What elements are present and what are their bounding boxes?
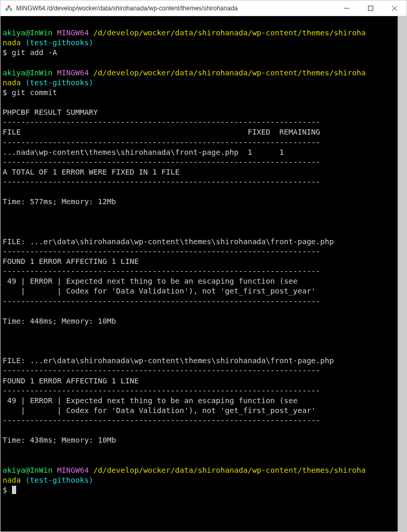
prompt-branch: (test-githooks) (25, 476, 94, 484)
terminal-output[interactable]: akiya@InWin MINGW64 /d/develop/wocker/da… (1, 16, 398, 531)
output-error-row: 49 | ERROR | Expected next thing to be a… (3, 396, 297, 405)
maximize-button[interactable] (359, 1, 383, 16)
command-input: git commit (11, 88, 57, 97)
prompt-host: MINGW64 (57, 466, 89, 474)
scrollbar-thumb[interactable] (398, 16, 406, 531)
output-divider: ----------------------------------------… (3, 416, 320, 424)
output-time: Time: 438ms; Memory: 10Mb (3, 436, 116, 444)
output-divider: ----------------------------------------… (3, 118, 320, 126)
prompt-branch: (test-githooks) (25, 38, 94, 47)
prompt-path-cont: nada (3, 78, 21, 87)
prompt-branch: (test-githooks) (25, 78, 94, 87)
titlebar-title: MINGW64:/d/develop/wocker/data/shirohana… (16, 5, 335, 12)
output-divider: ----------------------------------------… (3, 297, 320, 305)
window-controls (335, 1, 406, 16)
prompt-symbol: $ (3, 88, 7, 97)
output-error-row: | | Codex for 'Data Validation'), not 'g… (3, 406, 316, 415)
prompt-path: /d/develop/wocker/data/shirohanada/wp-co… (94, 29, 366, 37)
output-file: FILE: ...er\data\shirohanada\wp-content\… (3, 356, 334, 365)
prompt-path-cont: nada (3, 38, 21, 47)
output-table-header: FILE FIXED REMAINING (3, 128, 320, 136)
output-error-row: | | Codex for 'Data Validation'), not 'g… (3, 287, 316, 295)
prompt-user: akiya@InWin (3, 69, 52, 77)
output-total: A TOTAL OF 1 ERROR WERE FIXED IN 1 FILE (3, 168, 179, 176)
scrollbar[interactable] (398, 16, 406, 531)
output-divider: ----------------------------------------… (3, 267, 320, 275)
prompt-symbol: $ (3, 48, 7, 57)
minimize-button[interactable] (335, 1, 359, 16)
output-file: FILE: ...er\data\shirohanada\wp-content\… (3, 237, 334, 246)
output-time: Time: 448ms; Memory: 10Mb (3, 317, 116, 325)
prompt-user: akiya@InWin (3, 466, 52, 474)
app-icon (5, 4, 13, 12)
close-button[interactable] (383, 1, 406, 16)
output-found: FOUND 1 ERROR AFFECTING 1 LINE (3, 377, 139, 385)
output-divider: ----------------------------------------… (3, 247, 320, 256)
prompt-symbol: $ (3, 486, 7, 494)
output-divider: ----------------------------------------… (3, 138, 320, 147)
terminal-body: akiya@InWin MINGW64 /d/develop/wocker/da… (1, 16, 406, 531)
output-divider: ----------------------------------------… (3, 178, 320, 186)
prompt-path: /d/develop/wocker/data/shirohanada/wp-co… (94, 466, 366, 474)
output-line: PHPCBF RESULT SUMMARY (3, 108, 98, 116)
prompt-user: akiya@InWin (3, 29, 52, 37)
output-found: FOUND 1 ERROR AFFECTING 1 LINE (3, 257, 139, 265)
prompt-path: /d/develop/wocker/data/shirohanada/wp-co… (94, 69, 366, 77)
prompt-path-cont: nada (3, 476, 21, 484)
output-divider: ----------------------------------------… (3, 366, 320, 375)
titlebar[interactable]: MINGW64:/d/develop/wocker/data/shirohana… (1, 1, 406, 16)
output-time: Time: 577ms; Memory: 12Mb (3, 197, 116, 206)
svg-rect-1 (369, 6, 373, 10)
command-input: git add -A (11, 48, 57, 57)
output-divider: ----------------------------------------… (3, 387, 320, 395)
prompt-host: MINGW64 (57, 69, 89, 77)
output-table-row: ...nada\wp-content\themes\shirohanada\fr… (3, 148, 284, 156)
terminal-window: MINGW64:/d/develop/wocker/data/shirohana… (0, 0, 407, 532)
output-divider: ----------------------------------------… (3, 158, 320, 166)
output-error-row: 49 | ERROR | Expected next thing to be a… (3, 277, 297, 285)
cursor (12, 486, 16, 494)
prompt-host: MINGW64 (57, 29, 89, 37)
